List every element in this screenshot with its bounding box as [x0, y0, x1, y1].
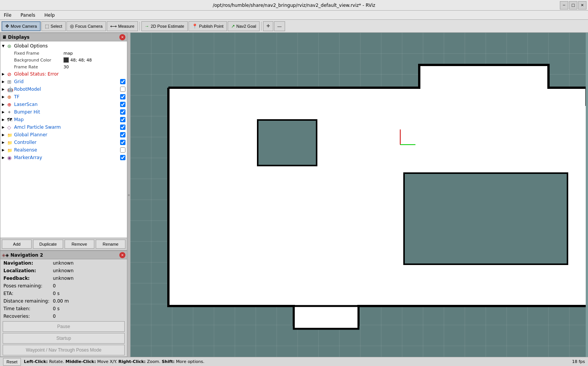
- waypoint-button[interactable]: Waypoint / Nav Through Poses Mode: [3, 345, 125, 355]
- tf-checkbox[interactable]: [120, 94, 125, 99]
- toolbar-extra-btn[interactable]: ✛: [263, 21, 273, 31]
- tree-item-tf[interactable]: ▶ TF: [0, 93, 127, 101]
- global-options-label: Global Options: [14, 43, 125, 49]
- robotmodel-checkbox[interactable]: [120, 87, 125, 92]
- tree-item-controller[interactable]: ▶ Controller: [0, 139, 127, 146]
- close-button[interactable]: ✕: [578, 1, 586, 9]
- tree-item-amcl[interactable]: ▶ Amcl Particle Swarm: [0, 123, 127, 131]
- tree-item-robotmodel[interactable]: ▶ 🤖 RobotModel: [0, 85, 127, 93]
- tree-item-global-options[interactable]: ▼ Global Options: [0, 42, 127, 50]
- bumperhit-expand[interactable]: ▶: [2, 110, 7, 114]
- reset-button[interactable]: Reset: [3, 358, 21, 366]
- realsense-expand[interactable]: ▶: [2, 148, 7, 152]
- tree-item-global-status[interactable]: ▶ Global Status: Error: [0, 70, 127, 78]
- tree-item-grid[interactable]: ▶ Grid: [0, 78, 127, 85]
- displays-panel: 🖥 Displays ✕ ▼ Global Options Fixed Fram…: [0, 33, 127, 251]
- bg-color-swatch: [63, 57, 69, 63]
- middle-click-label: Middle-Click:: [65, 359, 96, 364]
- markerarray-label: MarkerArray: [14, 155, 119, 160]
- tree-item-global-planner[interactable]: ▶ Global Planner: [0, 131, 127, 139]
- shift-action: More options.: [176, 359, 204, 364]
- nav2-poses-label: Poses remaining:: [3, 283, 53, 289]
- nav2-distance-value: 0.00 m: [53, 298, 69, 304]
- amcl-expand[interactable]: ▶: [2, 125, 7, 129]
- map-canvas: [130, 33, 586, 357]
- fps-display: 18 fps: [572, 359, 585, 364]
- menu-help[interactable]: Help: [42, 12, 57, 19]
- tree-item-bumperhit[interactable]: ▶ Bumper Hit: [0, 108, 127, 116]
- toolbar-minus-btn[interactable]: —: [274, 21, 285, 31]
- global-planner-icon: [7, 132, 14, 138]
- grid-expand[interactable]: ▶: [2, 80, 7, 84]
- main-area: 🖥 Displays ✕ ▼ Global Options Fixed Fram…: [0, 33, 588, 357]
- frame-rate-value[interactable]: 30: [63, 65, 69, 69]
- rename-display-button[interactable]: Rename: [96, 240, 125, 249]
- global-planner-checkbox[interactable]: [120, 132, 125, 137]
- right-resize-handle[interactable]: [586, 33, 588, 357]
- tree-item-map[interactable]: ▶ 🗺 Map: [0, 116, 127, 123]
- startup-button[interactable]: Startup: [3, 333, 125, 344]
- controller-label: Controller: [14, 140, 119, 145]
- nav2-goal-button[interactable]: ↗ Nav2 Goal: [228, 21, 260, 31]
- map-expand[interactable]: ▶: [2, 118, 7, 121]
- move-camera-button[interactable]: Move Camera: [2, 21, 41, 31]
- focus-camera-button[interactable]: Focus Camera: [67, 21, 106, 31]
- displays-title: Displays: [8, 35, 30, 40]
- displays-close-button[interactable]: ✕: [119, 34, 125, 40]
- pose-estimate-button[interactable]: → 2D Pose Estimate: [141, 21, 188, 31]
- realsense-checkbox[interactable]: [120, 147, 125, 153]
- amcl-checkbox[interactable]: [120, 125, 125, 130]
- laserscan-expand[interactable]: ▶: [2, 103, 7, 106]
- nav2-close-button[interactable]: ✕: [119, 252, 125, 258]
- bg-color-value[interactable]: 48; 48; 48: [63, 57, 92, 63]
- nav2-feedback-row: Feedback: unknown: [0, 274, 127, 282]
- bumperhit-label: Bumper Hit: [14, 109, 119, 115]
- toolbar-sep-1: [139, 22, 140, 31]
- pause-button[interactable]: Pause: [3, 321, 125, 332]
- laserscan-checkbox[interactable]: [120, 102, 125, 107]
- markerarray-expand[interactable]: ▶: [2, 156, 7, 159]
- menu-panels[interactable]: Panels: [18, 12, 38, 19]
- map-checkbox[interactable]: [120, 117, 125, 122]
- markerarray-icon: [7, 155, 14, 161]
- nav2-goal-label: Nav2 Goal: [236, 24, 256, 28]
- minimize-button[interactable]: −: [560, 1, 568, 9]
- tree-item-realsense[interactable]: ▶ Realsense: [0, 146, 127, 154]
- remove-display-button[interactable]: Remove: [65, 240, 94, 249]
- controller-checkbox[interactable]: [120, 140, 125, 145]
- nav2-panel: ◈ Navigation 2 ✕ Navigation: unknown Loc…: [0, 251, 127, 357]
- nav2-recoveries-row: Recoveries: 0: [0, 312, 127, 320]
- maximize-button[interactable]: □: [569, 1, 577, 9]
- select-button[interactable]: Select: [41, 21, 66, 31]
- markerarray-checkbox[interactable]: [120, 155, 125, 160]
- bumperhit-checkbox[interactable]: [120, 109, 125, 115]
- tf-label: TF: [14, 94, 119, 99]
- select-icon: [45, 24, 49, 29]
- tree-item-laserscan[interactable]: ▶ LaserScan: [0, 101, 127, 108]
- 3d-viewport[interactable]: [130, 33, 588, 357]
- left-click-action: Rotate.: [49, 359, 64, 364]
- left-click-label: Left-Click:: [24, 359, 48, 364]
- realsense-label: Realsense: [14, 147, 119, 153]
- add-display-button[interactable]: Add: [2, 240, 32, 249]
- grid-checkbox[interactable]: [120, 79, 125, 84]
- global-options-expand[interactable]: ▼: [2, 44, 7, 48]
- controller-expand[interactable]: ▶: [2, 140, 7, 144]
- fixed-frame-value[interactable]: map: [63, 51, 73, 56]
- grid-label: Grid: [14, 79, 119, 84]
- robotmodel-icon: 🤖: [7, 87, 14, 92]
- menu-file[interactable]: File: [2, 12, 14, 19]
- robotmodel-expand[interactable]: ▶: [2, 87, 7, 91]
- duplicate-display-button[interactable]: Duplicate: [33, 240, 63, 249]
- publish-point-icon: 📍: [192, 24, 198, 29]
- bg-color-label: Background Color: [14, 58, 63, 63]
- global-status-expand[interactable]: ▶: [2, 72, 7, 76]
- tree-item-markerarray[interactable]: ▶ MarkerArray: [0, 154, 127, 161]
- global-planner-expand[interactable]: ▶: [2, 133, 7, 137]
- publish-point-button[interactable]: 📍 Publish Point: [189, 21, 227, 31]
- robotmodel-label: RobotModel: [14, 87, 119, 92]
- nav2-navigation-value: unknown: [53, 260, 74, 266]
- measure-button[interactable]: ⟷ Measure: [107, 21, 138, 31]
- tf-expand[interactable]: ▶: [2, 95, 7, 99]
- panel-resize-handle[interactable]: [127, 33, 130, 357]
